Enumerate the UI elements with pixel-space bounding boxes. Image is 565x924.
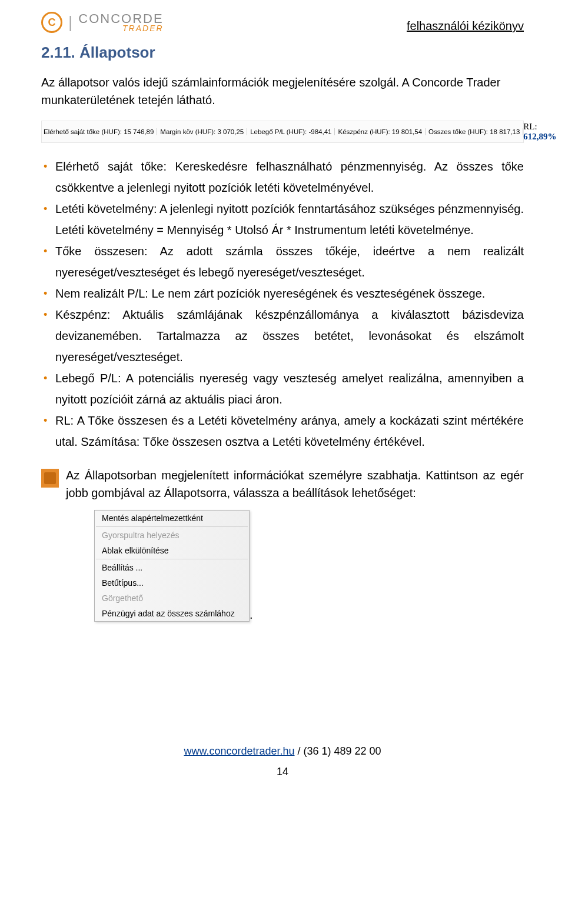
- list-item: Tőke összesen: Az adott számla összes tő…: [55, 241, 524, 283]
- rl-label: RL:: [523, 122, 537, 131]
- menu-separator: [96, 559, 248, 559]
- logo-icon: C: [41, 12, 62, 33]
- page-number: 14: [41, 766, 524, 778]
- section-title: 2.11. Állapotsor: [41, 44, 524, 62]
- status-item: Készpénz (HUF): 19 801,54: [335, 128, 426, 135]
- page-header: C | CONCORDE TRADER felhasználói kézikön…: [41, 12, 524, 33]
- note-block: Az Állapotsorban megjelenített informáci…: [41, 466, 524, 502]
- note-text: Az Állapotsorban megjelenített informáci…: [66, 466, 524, 502]
- status-item: Elérhető saját tőke (HUF): 15 746,89: [44, 128, 157, 135]
- context-menu: Mentés alapértelmezettként Gyorspultra h…: [94, 510, 250, 622]
- logo-subbrand: TRADER: [78, 24, 163, 32]
- status-bar: Elérhető saját tőke (HUF): 15 746,89 Mar…: [41, 121, 524, 143]
- status-item: Margin köv (HUF): 3 070,25: [157, 128, 247, 135]
- logo: C | CONCORDE TRADER: [41, 12, 164, 33]
- list-item: Készpénz: Aktuális számlájának készpénzá…: [55, 304, 524, 368]
- menu-item-save-default[interactable]: Mentés alapértelmezettként: [95, 511, 249, 526]
- list-item: Elérhető saját tőke: Kereskedésre felhas…: [55, 156, 524, 198]
- menu-separator: [96, 526, 248, 527]
- rl-value: 612,89%: [523, 132, 556, 141]
- status-item: Összes tőke (HUF): 18 817,13: [426, 128, 523, 135]
- list-item: Letéti követelmény: A jelenlegi nyitott …: [55, 198, 524, 241]
- intro-paragraph: Az állapotsor valós idejű számlainformác…: [41, 74, 524, 109]
- note-icon: [41, 469, 59, 488]
- footer-phone: / (36 1) 489 22 00: [295, 745, 381, 757]
- menu-item-financial-all[interactable]: Pénzügyi adat az összes számlához: [95, 606, 249, 621]
- menu-item-detach-window[interactable]: Ablak elkülönítése: [95, 543, 249, 558]
- menu-item-scrollable[interactable]: Görgethető: [95, 591, 249, 606]
- list-item: Lebegő P/L: A potenciális nyereség vagy …: [55, 368, 524, 410]
- menu-item-quickbar[interactable]: Gyorspultra helyezés: [95, 528, 249, 543]
- trailing-dot: .: [250, 608, 253, 621]
- bullet-list: Elérhető saját tőke: Kereskedésre felhas…: [41, 156, 524, 452]
- status-rl: RL: 612,89%: [523, 122, 556, 142]
- menu-item-font[interactable]: Betűtípus...: [95, 575, 249, 591]
- header-subtitle: felhasználói kézikönyv: [407, 19, 524, 33]
- footer: www.concordetrader.hu / (36 1) 489 22 00: [41, 745, 524, 758]
- menu-item-settings[interactable]: Beállítás ...: [95, 560, 249, 575]
- list-item: RL: A Tőke összesen és a Letéti követelm…: [55, 410, 524, 452]
- status-item: Lebegő P/L (HUF): -984,41: [247, 128, 335, 135]
- list-item: Nem realizált P/L: Le nem zárt pozíciók …: [55, 283, 524, 304]
- logo-separator: |: [68, 13, 72, 32]
- footer-link[interactable]: www.concordetrader.hu: [184, 745, 294, 757]
